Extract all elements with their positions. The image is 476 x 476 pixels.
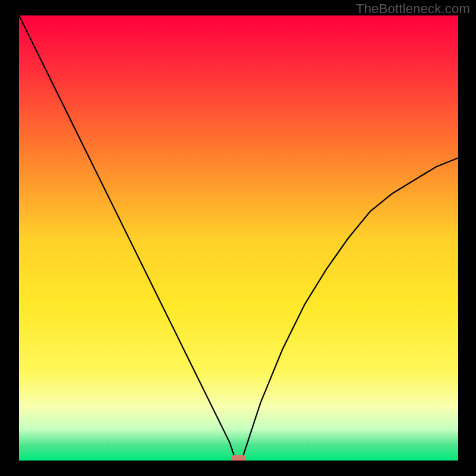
chart-frame: TheBottleneck.com [0,0,476,476]
watermark-text: TheBottleneck.com [356,1,470,17]
gradient-background [19,15,458,461]
plot-area [19,15,458,461]
plot-svg [19,15,458,461]
optimal-marker [231,455,246,461]
